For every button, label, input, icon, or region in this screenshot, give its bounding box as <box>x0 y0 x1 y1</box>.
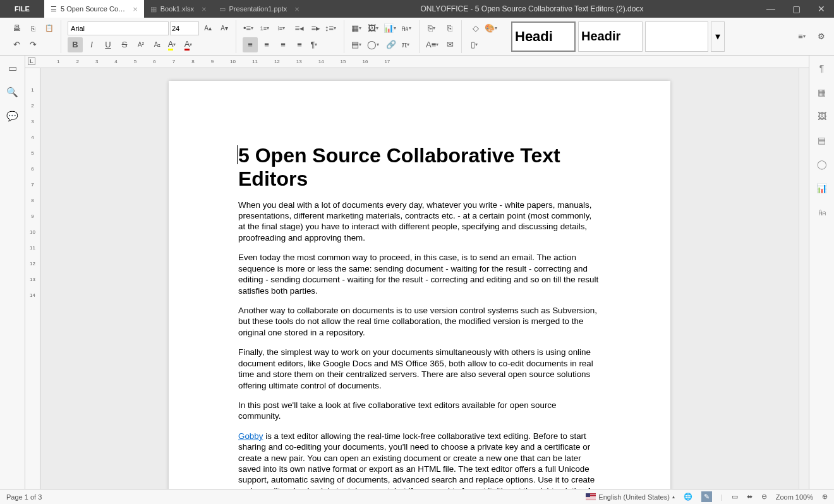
page-size-button[interactable]: ▯▾ <box>468 37 483 52</box>
mailmerge-button[interactable]: ✉ <box>442 37 457 52</box>
statusbar: Page 1 of 3 English (United States) ▴ 🌐 … <box>0 489 834 504</box>
right-panel: ¶ ▦ 🖼 ▤ ◯ 📊 🗛 <box>809 56 834 489</box>
strikethrough-button[interactable]: S <box>117 37 132 52</box>
shape-settings-button[interactable]: ◯ <box>814 157 830 172</box>
presentation-icon: ▭ <box>219 5 226 13</box>
insert-shape-button[interactable]: ◯▾ <box>367 37 382 52</box>
paragraph[interactable]: When you deal with a lot of documents ev… <box>238 200 601 244</box>
language-selector[interactable]: English (United States) ▴ <box>586 493 675 501</box>
trackchanges-button[interactable]: ✎ <box>701 491 712 502</box>
fit-width-button[interactable]: ⬌ <box>747 493 752 501</box>
insert-header-button[interactable]: ▤▾ <box>351 37 366 52</box>
thumbnails-button[interactable]: ▭ <box>5 61 20 76</box>
left-panel: ▭ 🔍 💬 <box>0 56 25 489</box>
paragraph[interactable]: Another way to collaborate on documents … <box>238 305 601 338</box>
increase-font-button[interactable]: A▴ <box>200 21 215 36</box>
highlight-button[interactable]: A▾ <box>166 37 181 52</box>
align-center-button[interactable]: ≡ <box>259 37 274 52</box>
maximize-button[interactable]: ▢ <box>783 0 809 18</box>
close-icon[interactable]: × <box>133 4 138 14</box>
paragraph-settings-button[interactable]: ¶ <box>814 61 830 76</box>
comments-button[interactable]: 💬 <box>5 109 20 124</box>
horizontal-ruler[interactable]: L 1234567891011121314151617 <box>25 56 809 68</box>
align-right-button[interactable]: ≡ <box>275 37 291 52</box>
align-left-button[interactable]: ≡ <box>243 37 258 52</box>
numbering-button[interactable]: 1≡▾ <box>259 21 274 36</box>
style-heading2[interactable]: Headir <box>578 21 643 52</box>
fit-page-button[interactable]: ▭ <box>732 493 738 501</box>
gobby-link[interactable]: Gobby <box>238 431 263 441</box>
page[interactable]: 5 Open Source Collaborative Text Editors… <box>169 81 670 489</box>
insert-equation-button[interactable]: π▾ <box>400 37 415 52</box>
zoom-level[interactable]: Zoom 100% <box>776 493 813 501</box>
zoom-out-button[interactable]: ⊖ <box>761 493 767 501</box>
style-gallery-more[interactable]: ▾ <box>711 21 725 52</box>
chart-settings-button[interactable]: 📊 <box>814 181 830 196</box>
paragraph[interactable]: Even today the most common way to procee… <box>238 252 601 296</box>
vertical-scrollbar[interactable] <box>799 68 809 489</box>
decrease-font-button[interactable]: A▾ <box>217 21 232 36</box>
insert-textart-button[interactable]: 🗛▾ <box>400 21 415 36</box>
tab-document[interactable]: ☰ 5 Open Source Co… × <box>44 0 144 18</box>
page-counter[interactable]: Page 1 of 3 <box>6 493 42 501</box>
settings-button[interactable]: ⚙ <box>814 29 829 44</box>
superscript-button[interactable]: A² <box>133 37 148 52</box>
window-title: ONLYOFFICE - 5 Open Source Collaborative… <box>306 4 758 13</box>
vertical-ruler[interactable]: 1234567891011121314 <box>25 68 40 489</box>
line-spacing-button[interactable]: ↕≡▾ <box>325 21 340 36</box>
close-icon[interactable]: × <box>202 4 207 14</box>
increase-indent-button[interactable]: ≡▸ <box>308 21 323 36</box>
table-settings-button[interactable]: ▦ <box>814 85 830 100</box>
font-color-button[interactable]: A▾ <box>183 37 198 52</box>
print-button[interactable]: 🖶 <box>9 21 24 36</box>
page-color-button[interactable]: 🎨▾ <box>485 21 500 36</box>
insert-pagenumber-button[interactable]: ⎘ <box>442 21 457 36</box>
bullets-button[interactable]: •≡▾ <box>243 21 258 36</box>
paste-button[interactable]: 📋 <box>42 21 57 36</box>
search-button[interactable]: 🔍 <box>5 85 20 100</box>
bold-button[interactable]: B <box>68 37 83 52</box>
undo-button[interactable]: ↶ <box>9 37 24 52</box>
clear-style-button[interactable]: ◇ <box>468 21 483 36</box>
textart-settings-button[interactable]: 🗛 <box>814 205 830 220</box>
redo-button[interactable]: ↷ <box>25 37 40 52</box>
insert-hyperlink-button[interactable]: 🔗 <box>384 37 399 52</box>
document-canvas[interactable]: 5 Open Source Collaborative Text Editors… <box>40 68 799 489</box>
style-heading1[interactable]: Headi <box>511 21 576 52</box>
multilevel-button[interactable]: ⁞≡▾ <box>275 21 291 36</box>
nonprinting-button[interactable]: ¶▾ <box>308 37 323 52</box>
minimize-button[interactable]: — <box>758 0 783 18</box>
insert-chart-button[interactable]: 📊▾ <box>384 21 399 36</box>
file-menu-button[interactable]: FILE <box>0 0 44 18</box>
decrease-indent-button[interactable]: ≡◂ <box>292 21 307 36</box>
style-item[interactable] <box>645 21 708 52</box>
tab-spreadsheet[interactable]: ▦ Book1.xlsx × <box>144 0 213 18</box>
align-justify-button[interactable]: ≡ <box>292 37 307 52</box>
tab-label: 5 Open Source Co… <box>61 5 125 13</box>
close-button[interactable]: ✕ <box>809 0 834 18</box>
tab-label: Presentation1.pptx <box>229 5 287 13</box>
font-size-select[interactable] <box>170 21 199 35</box>
header-settings-button[interactable]: ▤ <box>814 133 830 148</box>
insert-table-button[interactable]: ▦▾ <box>351 21 366 36</box>
insert-image-button[interactable]: 🖼▾ <box>367 21 382 36</box>
spellcheck-button[interactable]: 🌐 <box>684 493 692 501</box>
close-icon[interactable]: × <box>294 4 299 14</box>
dropcap-button[interactable]: A≡▾ <box>426 37 441 52</box>
document-title[interactable]: 5 Open Source Collaborative Text Editors <box>238 144 601 191</box>
image-settings-button[interactable]: 🖼 <box>814 109 830 124</box>
insert-pagebreak-button[interactable]: ⎘▾ <box>426 21 441 36</box>
italic-button[interactable]: I <box>84 37 99 52</box>
zoom-in-button[interactable]: ⊕ <box>822 493 828 501</box>
paragraph[interactable]: Finally, the simplest way to work on you… <box>238 347 601 391</box>
tab-label: Book1.xlsx <box>160 5 194 13</box>
toolbar: 🖶 ⎘ 📋 ↶ ↷ A▴ A▾ B I U S A² A₂ A▾ A▾ •≡▾ <box>0 18 834 56</box>
font-name-select[interactable] <box>68 21 169 35</box>
tab-presentation[interactable]: ▭ Presentation1.pptx × <box>213 0 306 18</box>
paragraph[interactable]: In this post we'll take a look at five c… <box>238 400 601 422</box>
view-settings-button[interactable]: ≡▾ <box>796 29 811 44</box>
paragraph[interactable]: Gobby is a text editor allowing the real… <box>238 431 601 489</box>
underline-button[interactable]: U <box>100 37 116 52</box>
subscript-button[interactable]: A₂ <box>150 37 165 52</box>
copy-button[interactable]: ⎘ <box>25 21 40 36</box>
